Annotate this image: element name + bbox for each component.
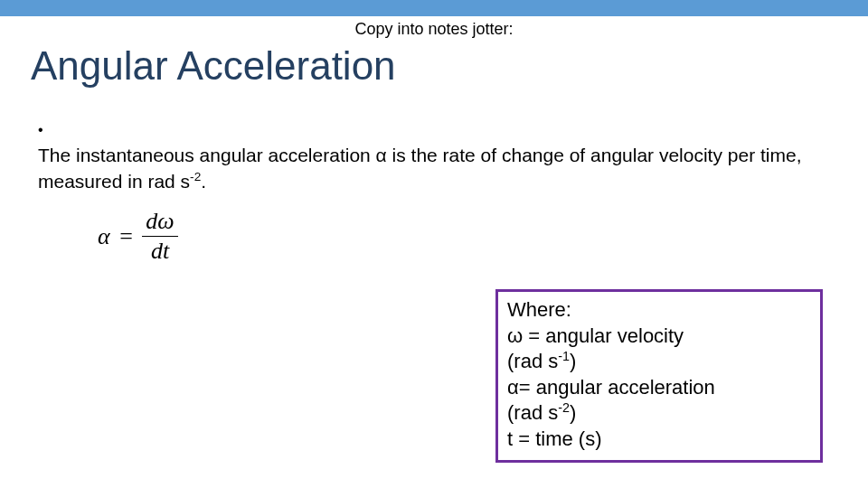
legend-alpha-def: α= angular acceleration — [507, 375, 811, 401]
copy-note: Copy into notes jotter: — [0, 20, 868, 39]
legend-omega-def: ω = angular velocity — [507, 324, 811, 350]
formula-denominator: dt — [142, 237, 177, 265]
legend-omega-unit: (rad s-1) — [507, 349, 811, 375]
legend-omega-unit-post: ) — [570, 350, 576, 372]
formula-numerator: dω — [142, 208, 177, 237]
legend-alpha-unit-post: ) — [570, 401, 576, 424]
legend-alpha-unit-pre: (rad s — [507, 401, 558, 424]
legend-omega-unit-sup: -1 — [558, 349, 570, 363]
slide-title: Angular Acceleration — [31, 43, 396, 89]
legend-time: t = time (s) — [507, 427, 811, 453]
definition-pre: The instantaneous angular acceleration α… — [38, 145, 801, 191]
formula-lhs: α — [98, 223, 110, 250]
definition-bullet: • The instantaneous angular acceleration… — [38, 117, 832, 194]
legend-where: Where: — [507, 297, 811, 324]
legend-alpha-unit: (rad s-2) — [507, 400, 811, 427]
definition-sup: -2 — [190, 170, 201, 183]
slide-accent-bar — [0, 0, 868, 16]
formula: α = dω dt — [98, 208, 178, 265]
legend-box: Where: ω = angular velocity (rad s-1) α=… — [495, 289, 823, 463]
bullet-dot: • — [38, 117, 51, 143]
definition-text: The instantaneous angular acceleration α… — [38, 143, 825, 194]
definition-post: . — [201, 171, 206, 192]
formula-fraction: dω dt — [142, 208, 177, 265]
formula-equals: = — [116, 223, 137, 250]
legend-alpha-unit-sup: -2 — [558, 400, 570, 415]
legend-omega-unit-pre: (rad s — [507, 350, 558, 372]
